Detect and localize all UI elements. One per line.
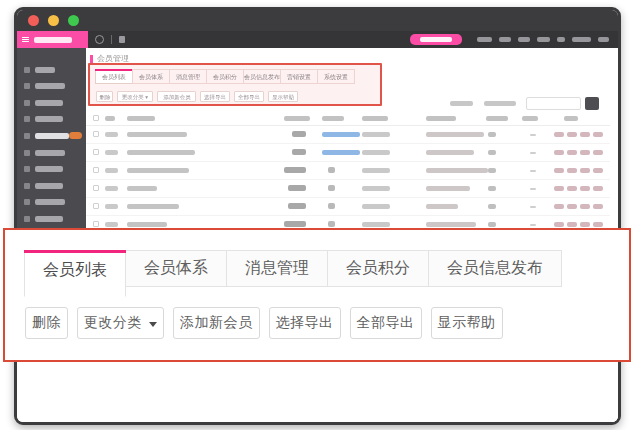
row-action-placeholder[interactable] (580, 132, 590, 137)
window-zoom-button[interactable] (68, 15, 79, 26)
toolbar-small-button[interactable]: 添加新会员 (157, 91, 196, 102)
tab-item[interactable]: 消息管理 (226, 250, 328, 287)
app-logo[interactable] (17, 31, 88, 48)
toolbar-button[interactable]: 添加新会员 (173, 307, 260, 339)
link-placeholder (322, 150, 360, 155)
header-menu-item[interactable] (598, 37, 609, 42)
toolbar-small-button[interactable]: 全部导出 (234, 91, 264, 102)
row-action-placeholder[interactable] (593, 222, 603, 227)
sidebar-item[interactable] (17, 112, 86, 127)
tab-item[interactable]: 会员信息发布 (428, 250, 562, 287)
row-action-placeholder[interactable] (580, 186, 590, 191)
tab-item[interactable]: 会员积分 (327, 250, 429, 287)
row-action-placeholder[interactable] (580, 222, 590, 227)
row-action-placeholder[interactable] (567, 168, 577, 173)
toolbar-small-button[interactable]: 选择导出 (200, 91, 230, 102)
row-action-placeholder[interactable] (580, 150, 590, 155)
row-checkbox[interactable] (93, 203, 99, 209)
header-primary-button[interactable] (410, 34, 462, 45)
header-menu-item[interactable] (477, 37, 492, 42)
row-action-placeholder[interactable] (554, 186, 564, 191)
row-action-placeholder[interactable] (554, 150, 564, 155)
row-action-placeholder[interactable] (567, 186, 577, 191)
sidebar-item[interactable] (17, 162, 86, 177)
header-menu-item[interactable] (537, 37, 550, 42)
row-action-placeholder[interactable] (567, 150, 577, 155)
row-action-placeholder[interactable] (580, 168, 590, 173)
cell-placeholder (105, 204, 118, 209)
refresh-icon[interactable] (95, 35, 104, 44)
toolbar-button[interactable]: 删除 (25, 307, 68, 339)
tab-active[interactable]: 会员列表 (24, 250, 126, 297)
row-action-placeholder[interactable] (567, 132, 577, 137)
header-menu-item[interactable] (557, 37, 565, 42)
filter-select-placeholder[interactable] (484, 101, 516, 106)
search-input[interactable] (526, 97, 581, 110)
toolbar-button[interactable]: 选择导出 (269, 307, 341, 339)
row-action-placeholder[interactable] (593, 186, 603, 191)
table-header (86, 112, 610, 126)
tab-small[interactable]: 会员列表 (95, 69, 133, 84)
toolbar-button[interactable]: 全部导出 (350, 307, 422, 339)
row-action-placeholder[interactable] (554, 168, 564, 173)
cell-placeholder (284, 221, 306, 227)
row-action-placeholder[interactable] (567, 204, 577, 209)
row-action-placeholder[interactable] (554, 132, 564, 137)
row-action-placeholder[interactable] (567, 222, 577, 227)
tab-item[interactable]: 会员体系 (125, 250, 227, 287)
toolbar-small-button[interactable]: 显示帮助 (268, 91, 298, 102)
header-menu-item[interactable] (572, 37, 591, 42)
tab-small[interactable]: 会员信息发布 (243, 69, 281, 84)
row-action-placeholder[interactable] (593, 132, 603, 137)
row-action-placeholder[interactable] (593, 150, 603, 155)
notification-icon[interactable] (119, 36, 125, 43)
select-all-checkbox[interactable] (93, 115, 99, 121)
row-checkbox[interactable] (93, 149, 99, 155)
sidebar-item-label-placeholder (35, 216, 63, 222)
row-action-placeholder[interactable] (593, 204, 603, 209)
row-action-placeholder[interactable] (554, 204, 564, 209)
sidebar-item[interactable] (17, 95, 86, 110)
row-action-placeholder[interactable] (593, 168, 603, 173)
sidebar-item[interactable] (17, 145, 86, 160)
cell-placeholder (564, 116, 578, 121)
header-menu-item[interactable] (499, 37, 511, 42)
sidebar-item-label-placeholder (35, 100, 63, 106)
cell-placeholder (127, 168, 189, 173)
header-menu-item[interactable] (518, 37, 530, 42)
sidebar-item[interactable] (17, 128, 86, 143)
cell-placeholder (105, 132, 118, 137)
sidebar-item[interactable] (17, 62, 86, 77)
tab-small[interactable]: 消息管理 (169, 69, 207, 84)
tab-small[interactable]: 营销设置 (280, 69, 318, 84)
toolbar-button[interactable]: 更改分类 (77, 307, 164, 339)
sidebar-item[interactable] (17, 211, 86, 226)
toolbar-button[interactable]: 显示帮助 (431, 307, 503, 339)
window-titlebar (17, 10, 618, 31)
row-checkbox[interactable] (93, 167, 99, 173)
tab-small[interactable]: 会员体系 (132, 69, 170, 84)
row-checkbox[interactable] (93, 131, 99, 137)
sidebar-item[interactable] (17, 178, 86, 193)
sidebar-item-label-placeholder (35, 83, 65, 89)
row-checkbox[interactable] (93, 221, 99, 227)
toolbar-small-button[interactable]: 更改分类 ▾ (117, 91, 153, 102)
window-close-button[interactable] (28, 15, 39, 26)
tab-small[interactable]: 系统设置 (317, 69, 355, 84)
chevron-down-icon (149, 322, 157, 327)
tab-small[interactable]: 会员积分 (206, 69, 244, 84)
row-action-placeholder[interactable] (580, 204, 590, 209)
search-button[interactable] (585, 97, 599, 110)
tab-bar: 会员列表会员体系消息管理会员积分会员信息发布 (25, 250, 562, 297)
table-row (86, 144, 610, 162)
tab-small-label: 系统设置 (324, 72, 348, 80)
toolbar-small-button[interactable]: 删除 (96, 91, 113, 102)
tab-small-label: 消息管理 (176, 72, 200, 80)
row-checkbox[interactable] (93, 185, 99, 191)
sidebar-item[interactable] (17, 195, 86, 210)
cell-placeholder (488, 204, 496, 209)
sidebar-item[interactable] (17, 79, 86, 94)
window-minimize-button[interactable] (48, 15, 59, 26)
row-action-placeholder[interactable] (554, 222, 564, 227)
cell-placeholder (127, 116, 155, 121)
